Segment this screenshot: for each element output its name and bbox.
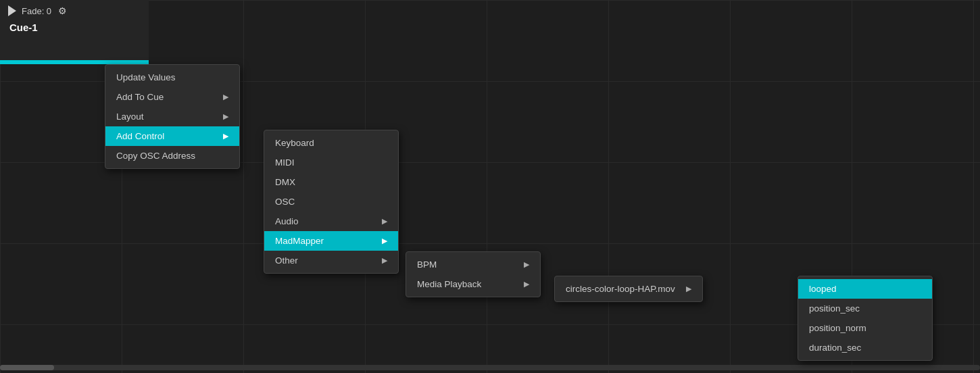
arrow-icon: ▶: [223, 132, 228, 141]
play-icon[interactable]: [8, 5, 16, 16]
cue-name: Cue-1: [9, 22, 38, 33]
menu-item-midi[interactable]: MIDI: [264, 153, 398, 172]
menu-item-osc[interactable]: OSC: [264, 192, 398, 212]
main-context-menu: Update Values Add To Cue ▶ Layout ▶ Add …: [105, 64, 240, 169]
menu-item-other[interactable]: Other ▶: [264, 251, 398, 270]
menu-item-bpm[interactable]: BPM ▶: [406, 255, 540, 274]
menu-item-position-norm[interactable]: position_norm: [798, 318, 932, 338]
menu-item-keyboard[interactable]: Keyboard: [264, 133, 398, 153]
progress-bar: [0, 60, 149, 63]
gear-icon[interactable]: ⚙: [57, 5, 68, 16]
menu-item-media-playback[interactable]: Media Playback ▶: [406, 274, 540, 294]
scrollbar[interactable]: [0, 365, 980, 370]
arrow-icon: ▶: [382, 256, 387, 265]
arrow-icon: ▶: [223, 93, 228, 101]
madmapper-submenu: BPM ▶ Media Playback ▶: [406, 251, 541, 297]
menu-item-circles-color-loop[interactable]: circles-color-loop-HAP.mov ▶: [555, 279, 702, 299]
scrollbar-thumb[interactable]: [0, 365, 54, 370]
arrow-icon: ▶: [686, 284, 691, 293]
menu-item-audio[interactable]: Audio ▶: [264, 212, 398, 231]
menu-item-position-sec[interactable]: position_sec: [798, 299, 932, 318]
menu-item-update-values[interactable]: Update Values: [105, 68, 239, 87]
cue-panel: Fade: 0 ⚙ Cue-1: [0, 0, 149, 64]
circles-color-loop-submenu: looped position_sec position_norm durati…: [798, 276, 933, 361]
menu-item-madmapper[interactable]: MadMapper ▶: [264, 231, 398, 251]
arrow-icon: ▶: [524, 280, 529, 289]
media-playback-submenu: circles-color-loop-HAP.mov ▶: [554, 276, 703, 302]
arrow-icon: ▶: [382, 237, 387, 245]
menu-item-looped[interactable]: looped: [798, 279, 932, 299]
fade-label: Fade: 0: [22, 6, 51, 16]
menu-item-duration-sec[interactable]: duration_sec: [798, 338, 932, 357]
add-control-submenu: Keyboard MIDI DMX OSC Audio ▶ MadMapper …: [264, 130, 399, 274]
menu-item-layout[interactable]: Layout ▶: [105, 107, 239, 126]
arrow-icon: ▶: [223, 112, 228, 121]
menu-item-add-to-cue[interactable]: Add To Cue ▶: [105, 87, 239, 107]
menu-item-dmx[interactable]: DMX: [264, 172, 398, 192]
arrow-icon: ▶: [382, 217, 387, 226]
menu-item-copy-osc[interactable]: Copy OSC Address: [105, 146, 239, 166]
menu-item-add-control[interactable]: Add Control ▶: [105, 126, 239, 146]
arrow-icon: ▶: [524, 260, 529, 269]
